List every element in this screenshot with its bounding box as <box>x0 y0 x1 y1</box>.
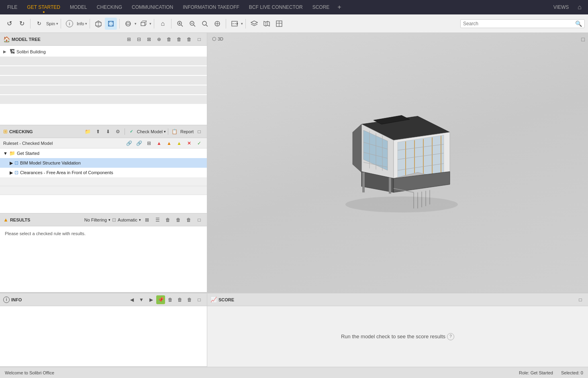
results-trash3-btn[interactable]: 🗑 <box>184 215 193 224</box>
section-dropdown[interactable]: ▾ <box>241 22 243 26</box>
score-help-icon[interactable]: ? <box>447 333 454 340</box>
rule-bim-label: BIM Model Structure Validation <box>20 161 81 165</box>
layers-button[interactable] <box>248 18 260 30</box>
tree-item-solibri-building[interactable]: ▶ 🏗 Solibri Building <box>0 47 207 56</box>
map-button[interactable] <box>261 18 273 30</box>
model-tree-trash2-btn[interactable]: 🗑 <box>175 35 184 44</box>
report-icon: 📋 <box>170 127 179 136</box>
no-filtering-dropdown[interactable]: ▾ <box>108 218 110 222</box>
results-trash1-btn[interactable]: 🗑 <box>163 215 172 224</box>
check-model-label[interactable]: Check Model <box>137 129 163 134</box>
undo-button[interactable]: ↺ <box>3 18 15 30</box>
redo-button[interactable]: ↻ <box>16 18 28 30</box>
automatic-label[interactable]: Automatic <box>118 217 137 222</box>
view-cube-button[interactable] <box>137 18 149 30</box>
info-button[interactable]: i <box>63 18 76 30</box>
model-tree-trash-btn[interactable]: 🗑 <box>165 35 174 44</box>
info-trash3-btn[interactable]: 🗑 <box>185 295 194 304</box>
rule-clearances[interactable]: ▶ ⊡ Clearances - Free Area in Front of C… <box>0 168 207 177</box>
automatic-dropdown[interactable]: ▾ <box>139 218 141 222</box>
zoom-extent-button[interactable] <box>186 18 198 30</box>
results-list-btn[interactable]: ☰ <box>153 215 162 224</box>
spin-button[interactable]: ↻ <box>33 18 45 30</box>
zoom-fit-button[interactable] <box>211 18 223 30</box>
checking-header: ⊞ CHECKING 📁 ⬆ ⬇ ⚙ ✓ Check Model ▾ 📋 Rep… <box>0 125 207 138</box>
model-tree-trash3-btn[interactable]: 🗑 <box>185 35 194 44</box>
info-dropdown[interactable]: ▾ <box>85 22 87 26</box>
section-button[interactable] <box>229 18 241 30</box>
info-label[interactable]: Info <box>76 21 85 26</box>
menu-model[interactable]: MODEL <box>66 3 91 12</box>
results-maximize-btn[interactable]: □ <box>195 215 204 224</box>
menu-information-takeoff[interactable]: INFORMATION TAKEOFF <box>179 3 243 12</box>
menu-plus-button[interactable]: + <box>335 2 343 12</box>
report-label[interactable]: Report <box>180 129 194 134</box>
info-content <box>0 306 207 366</box>
ruleset-check-btn[interactable]: ✓ <box>195 139 204 148</box>
menu-file[interactable]: FILE <box>3 3 21 12</box>
zoom-out-button[interactable] <box>199 18 211 30</box>
results-section: ▲ RESULTS No Filtering ▾ ⊡ Automatic ▾ ⊠… <box>0 213 207 293</box>
menu-score[interactable]: SCORE <box>308 3 334 12</box>
model-tree-collapse-btn[interactable]: ⊟ <box>135 35 143 44</box>
ruleset-tri-red-btn[interactable]: ▲ <box>155 139 163 148</box>
checking-open-btn[interactable]: 📁 <box>84 127 92 136</box>
home-icon[interactable]: ⌂ <box>574 2 585 12</box>
no-results-message: Please select a checked rule with result… <box>0 226 207 241</box>
view-3d-maximize-btn[interactable]: □ <box>582 36 585 43</box>
menu-views[interactable]: VIEWS <box>549 3 573 12</box>
home-view-button[interactable]: ⌂ <box>157 18 169 30</box>
checking-maximize-btn[interactable]: □ <box>195 127 204 136</box>
ruleset-link2-btn[interactable]: 🔗 <box>135 139 143 148</box>
search-box[interactable]: 🔍 <box>460 19 585 28</box>
wireframe-button[interactable] <box>105 18 117 30</box>
results-filter-btn[interactable]: ⊠ <box>143 215 151 224</box>
box-view-button[interactable] <box>92 18 104 30</box>
score-title: SCORE <box>218 297 234 302</box>
model-tree-filter-btn[interactable]: ⊠ <box>145 35 153 44</box>
info-maximize-btn[interactable]: □ <box>195 295 204 304</box>
info-down-btn[interactable]: ▼ <box>137 295 146 304</box>
check-model-dropdown[interactable]: ▾ <box>164 130 166 134</box>
info-next-btn[interactable]: ▶ <box>147 295 155 304</box>
floor-plan-button[interactable] <box>273 18 285 30</box>
zoom-in-button[interactable] <box>174 18 186 30</box>
score-maximize-btn[interactable]: □ <box>576 295 585 304</box>
info-prev-btn[interactable]: ◀ <box>127 295 136 304</box>
model-tree-expand-btn[interactable]: ⊞ <box>125 35 133 44</box>
orbit-button[interactable] <box>122 18 134 30</box>
model-tree-maximize-btn[interactable]: □ <box>195 35 204 44</box>
menu-get-started[interactable]: GET STARTED <box>23 3 64 12</box>
ruleset-link-btn[interactable]: 🔗 <box>125 139 133 148</box>
search-input[interactable] <box>463 21 575 26</box>
orbit-dropdown[interactable]: ▾ <box>135 22 137 26</box>
menu-bcf-live-connector[interactable]: BCF LIVE CONNECTOR <box>245 3 307 12</box>
info-trash1-btn[interactable]: 🗑 <box>166 295 175 304</box>
spin-dropdown[interactable]: ▾ <box>56 22 58 26</box>
rule-placeholder-1 <box>0 177 207 186</box>
ruleset-tri-orange-btn[interactable]: ▲ <box>165 139 174 148</box>
menu-checking[interactable]: CHECKING <box>93 3 126 12</box>
tree-placeholder-5 <box>0 95 207 104</box>
checking-upload-btn[interactable]: ⬆ <box>94 127 102 136</box>
ruleset-tri-yellow-btn[interactable]: ▲ <box>175 139 184 148</box>
ruleset-cross-btn[interactable]: ✕ <box>185 139 194 148</box>
checking-download-btn[interactable]: ⬇ <box>104 127 112 136</box>
model-tree-search-btn[interactable]: ⊕ <box>155 35 163 44</box>
check-model-btn[interactable]: ✓ <box>127 127 136 136</box>
rule-get-started[interactable]: ▼ 📁 Get Started <box>0 148 207 158</box>
ruleset-table-btn[interactable]: ⊞ <box>145 139 153 148</box>
info-trash2-btn[interactable]: 🗑 <box>176 295 184 304</box>
tree-building-label: Solibri Building <box>16 49 46 54</box>
view-3d[interactable]: ⬡ 3D □ <box>207 33 588 293</box>
menu-communication[interactable]: COMMUNICATION <box>128 3 177 12</box>
view-cube-dropdown[interactable]: ▾ <box>149 22 151 26</box>
info-pin-btn[interactable]: 📌 <box>156 295 165 304</box>
checking-settings-btn[interactable]: ⚙ <box>114 127 122 136</box>
spin-label[interactable]: Spin <box>45 21 56 26</box>
main-layout: 🏠 MODEL TREE ⊞ ⊟ ⊠ ⊕ 🗑 🗑 🗑 □ ▶ 🏗 Sol <box>0 33 588 367</box>
no-filtering-label[interactable]: No Filtering <box>84 217 107 222</box>
rule-bim-model[interactable]: ▶ ⊡ BIM Model Structure Validation <box>0 158 207 168</box>
results-trash2-btn[interactable]: 🗑 <box>174 215 183 224</box>
tree-placeholder-2 <box>0 66 207 75</box>
